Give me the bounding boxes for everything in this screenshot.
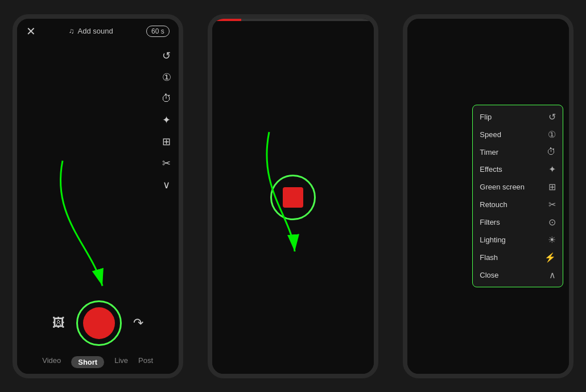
bottom-controls: 🖼 ↷ <box>17 300 179 352</box>
speed-menu-icon: ① <box>548 129 556 140</box>
menu-label-close: Close <box>480 271 498 279</box>
menu-item-speed[interactable]: Speed ① <box>480 127 556 142</box>
menu-item-retouch[interactable]: Retouch ✂ <box>480 197 556 212</box>
timer-menu-icon: ⏱ <box>547 147 556 157</box>
record-button[interactable] <box>83 307 115 339</box>
menu-label-filters: Filters <box>480 218 500 226</box>
timer-icon[interactable]: ⏱ <box>162 93 172 105</box>
menu-label-greenscreen: Green screen <box>480 183 525 191</box>
phone-3: Flip ↺ Speed ① Timer ⏱ Effects ✦ Green s… <box>403 14 573 378</box>
tab-live[interactable]: Live <box>114 356 128 368</box>
menu-item-flip[interactable]: Flip ↺ <box>480 110 556 124</box>
close-icon[interactable]: ✕ <box>26 24 36 38</box>
phone2-body <box>212 21 374 374</box>
phone3-body: Flip ↺ Speed ① Timer ⏱ Effects ✦ Green s… <box>407 19 569 374</box>
effects-menu-icon: ✦ <box>548 164 556 175</box>
menu-item-flash[interactable]: Flash ⚡ <box>480 250 556 265</box>
retouch-menu-icon: ✂ <box>548 199 556 210</box>
record-button-ring <box>76 300 122 346</box>
close-menu-icon: ∧ <box>549 270 556 280</box>
more-icon[interactable]: ∨ <box>163 179 170 191</box>
menu-item-greenscreen[interactable]: Green screen ⊞ <box>480 180 556 194</box>
music-icon: ♫ <box>69 27 75 35</box>
retouch-icon[interactable]: ✂ <box>162 157 171 170</box>
tab-video[interactable]: Video <box>42 356 61 368</box>
share-icon[interactable]: ↷ <box>133 316 143 331</box>
phone-2 <box>208 14 378 378</box>
menu-item-lighting[interactable]: Lighting ☀ <box>480 233 556 247</box>
add-sound-button[interactable]: ♫ Add sound <box>69 27 113 35</box>
flip-menu-icon: ↺ <box>548 112 556 122</box>
side-controls: ↺ ① ⏱ ✦ ⊞ ✂ ∨ <box>162 49 172 191</box>
menu-label-effects: Effects <box>480 165 502 174</box>
phone1-header: ✕ ♫ Add sound 60 s <box>17 19 179 44</box>
flash-menu-icon: ⚡ <box>544 252 556 263</box>
timer-badge[interactable]: 60 s <box>146 26 170 37</box>
lighting-menu-icon: ☀ <box>548 234 556 245</box>
speed-icon[interactable]: ① <box>162 71 171 84</box>
tab-post[interactable]: Post <box>138 356 153 368</box>
greenscreen-menu-icon: ⊞ <box>548 181 556 192</box>
stop-button-ring <box>270 175 316 220</box>
menu-label-speed: Speed <box>480 130 501 139</box>
menu-item-close[interactable]: Close ∧ <box>480 268 556 282</box>
effects-icon[interactable]: ✦ <box>162 114 171 126</box>
filters-menu-icon: ⊙ <box>548 217 556 228</box>
camera-menu-panel: Flip ↺ Speed ① Timer ⏱ Effects ✦ Green s… <box>472 105 563 287</box>
menu-label-timer: Timer <box>480 148 498 156</box>
phone-1: ✕ ♫ Add sound 60 s ↺ ① ⏱ ✦ ⊞ ✂ ∨ <box>13 14 183 378</box>
greenscreen-icon[interactable]: ⊞ <box>162 135 171 148</box>
timer-label: 60 s <box>151 27 164 35</box>
menu-label-lighting: Lighting <box>480 236 506 244</box>
menu-item-effects[interactable]: Effects ✦ <box>480 162 556 176</box>
menu-item-timer[interactable]: Timer ⏱ <box>480 145 556 159</box>
menu-label-retouch: Retouch <box>480 200 507 209</box>
tab-short[interactable]: Short <box>71 356 104 368</box>
flip-icon[interactable]: ↺ <box>162 49 171 62</box>
tab-bar: Video Short Live Post <box>17 352 179 374</box>
phone1-body: ↺ ① ⏱ ✦ ⊞ ✂ ∨ 🖼 <box>17 44 179 352</box>
gallery-button[interactable]: 🖼 <box>52 316 65 331</box>
stop-button[interactable] <box>283 187 303 208</box>
menu-label-flash: Flash <box>480 253 498 262</box>
menu-item-filters[interactable]: Filters ⊙ <box>480 215 556 229</box>
menu-label-flip: Flip <box>480 113 492 121</box>
add-sound-label: Add sound <box>78 27 113 35</box>
